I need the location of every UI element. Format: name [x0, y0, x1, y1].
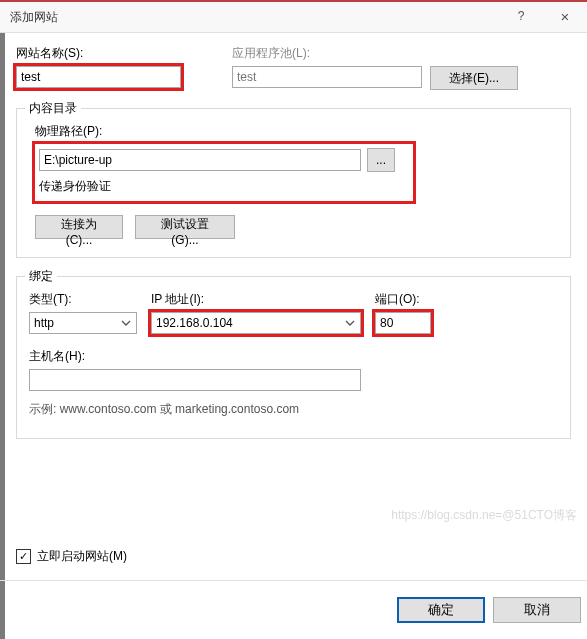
content-dir-legend: 内容目录	[25, 100, 81, 117]
dialog-content: 网站名称(S): 应用程序池(L): 选择(E)... 内容目录 物理路径(P)…	[0, 33, 587, 439]
site-name-label: 网站名称(S):	[16, 45, 216, 62]
ok-button[interactable]: 确定	[397, 597, 485, 623]
app-pool-label: 应用程序池(L):	[232, 45, 571, 62]
type-label: 类型(T):	[29, 291, 137, 308]
start-site-row[interactable]: ✓ 立即启动网站(M)	[16, 548, 127, 565]
app-pool-input	[232, 66, 422, 88]
binding-legend: 绑定	[25, 268, 57, 285]
window-title: 添加网站	[10, 9, 58, 26]
start-site-checkbox[interactable]: ✓	[16, 549, 31, 564]
content-dir-group: 内容目录 物理路径(P): ... 传递身份验证 连接为(C)... 测试设置(…	[16, 108, 571, 258]
close-button[interactable]: ×	[543, 2, 587, 30]
connect-as-button[interactable]: 连接为(C)...	[35, 215, 123, 239]
start-site-label: 立即启动网站(M)	[37, 548, 127, 565]
check-icon: ✓	[19, 551, 28, 562]
watermark-text: https://blog.csdn.ne=@51CTO博客	[391, 507, 577, 524]
auth-label: 传递身份验证	[39, 178, 409, 195]
help-button[interactable]: ?	[499, 2, 543, 30]
physical-path-label: 物理路径(P):	[35, 123, 558, 140]
host-input[interactable]	[29, 369, 361, 391]
site-name-input[interactable]	[16, 66, 181, 88]
window-left-border	[0, 32, 5, 639]
ip-select[interactable]: 192.168.0.104	[151, 312, 361, 334]
ellipsis-icon: ...	[376, 153, 386, 167]
dialog-footer: 确定 取消	[0, 580, 587, 639]
test-settings-button[interactable]: 测试设置(G)...	[135, 215, 235, 239]
select-app-pool-button[interactable]: 选择(E)...	[430, 66, 518, 90]
ip-label: IP 地址(I):	[151, 291, 361, 308]
window-titlebar: 添加网站 ? ×	[0, 0, 587, 33]
host-label: 主机名(H):	[29, 348, 558, 365]
port-input[interactable]	[375, 312, 431, 334]
binding-group: 绑定 类型(T): http IP 地址(I): 192.168.0.104 端…	[16, 276, 571, 439]
type-select[interactable]: http	[29, 312, 137, 334]
port-label: 端口(O):	[375, 291, 439, 308]
cancel-button[interactable]: 取消	[493, 597, 581, 623]
physical-path-highlight: ... 传递身份验证	[35, 144, 413, 201]
host-example: 示例: www.contoso.com 或 marketing.contoso.…	[29, 401, 558, 418]
physical-path-input[interactable]	[39, 149, 361, 171]
help-icon: ?	[518, 9, 525, 23]
browse-path-button[interactable]: ...	[367, 148, 395, 172]
close-icon: ×	[561, 8, 570, 25]
